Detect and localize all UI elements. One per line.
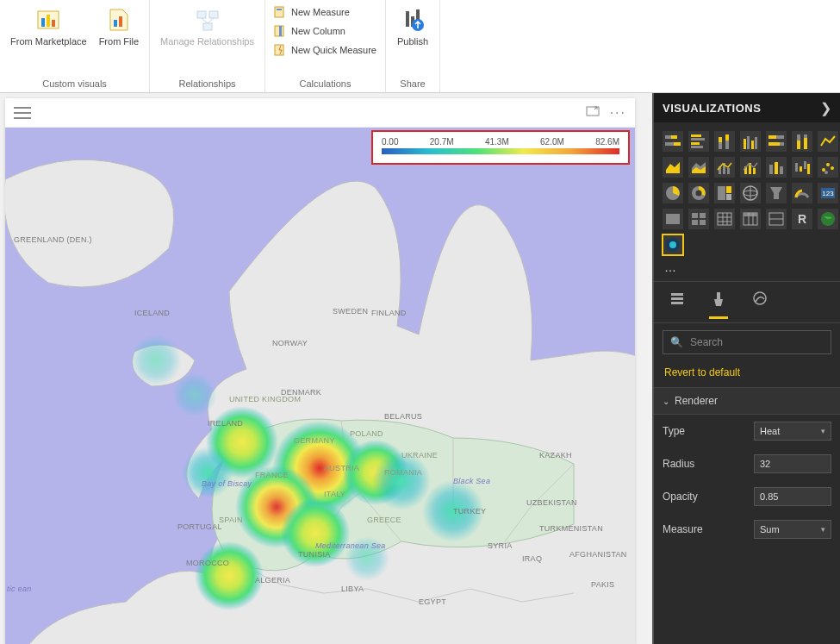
radius-input[interactable]: 32 xyxy=(754,454,831,473)
measure-property: Measure Sum▾ xyxy=(654,513,840,546)
svg-point-76 xyxy=(696,191,702,197)
svg-rect-34 xyxy=(665,135,671,139)
opacity-input[interactable]: 0.85 xyxy=(754,487,831,506)
renderer-section-header[interactable]: ⌄ Renderer xyxy=(654,387,840,415)
viz-slicer-icon[interactable] xyxy=(766,209,787,229)
svg-rect-4 xyxy=(114,20,117,27)
new-measure-button[interactable]: New Measure xyxy=(271,3,380,21)
svg-rect-47 xyxy=(751,141,754,149)
viz-waterfall-icon[interactable] xyxy=(792,157,812,178)
svg-rect-52 xyxy=(768,142,780,146)
report-visual[interactable]: GREENLAND (DEN.) ICELAND NORWAY SWEDEN F… xyxy=(5,128,635,644)
column-icon xyxy=(274,24,288,38)
svg-rect-56 xyxy=(804,138,807,149)
measure-dropdown[interactable]: Sum▾ xyxy=(754,520,831,539)
hamburger-icon[interactable] xyxy=(14,107,31,119)
viz-r-icon[interactable]: R xyxy=(792,209,812,229)
svg-rect-36 xyxy=(665,142,674,146)
viz-arcgis-icon[interactable] xyxy=(818,209,838,229)
svg-rect-63 xyxy=(769,165,773,174)
search-input[interactable]: 🔍 Search xyxy=(663,330,831,354)
svg-point-32 xyxy=(345,536,389,581)
group-label-relationships: Relationships xyxy=(155,77,259,92)
svg-rect-62 xyxy=(753,168,756,174)
relationships-icon xyxy=(193,5,222,34)
search-icon: 🔍 xyxy=(670,336,683,348)
viz-stacked-area-icon[interactable] xyxy=(688,157,709,178)
viz-stacked-bar-icon[interactable] xyxy=(663,131,683,152)
publish-button[interactable]: Publish xyxy=(391,2,434,51)
svg-text:R: R xyxy=(798,212,806,226)
svg-rect-6 xyxy=(197,11,206,18)
viz-funnel-icon[interactable] xyxy=(766,183,787,203)
svg-point-71 xyxy=(826,163,830,166)
svg-rect-108 xyxy=(717,292,720,299)
canvas-actions: ··· xyxy=(586,104,626,122)
collapse-pane-icon[interactable]: ❯ xyxy=(820,100,831,116)
opacity-label: Opacity xyxy=(663,491,698,503)
viz-area-icon[interactable] xyxy=(663,157,683,178)
analytics-tab[interactable] xyxy=(750,287,769,319)
canvas-wrapper: ··· xyxy=(0,93,652,644)
svg-rect-37 xyxy=(691,134,701,137)
type-value: Heat xyxy=(760,426,780,436)
manage-relationships-button[interactable]: Manage Relationships xyxy=(155,2,259,51)
map-area[interactable]: GREENLAND (DEN.) ICELAND NORWAY SWEDEN F… xyxy=(5,128,635,644)
viz-treemap-icon[interactable] xyxy=(714,183,735,203)
legend-tick: 0.00 xyxy=(382,137,398,147)
svg-rect-90 xyxy=(718,213,731,225)
viz-matrix-icon[interactable] xyxy=(740,209,761,229)
chevron-down-icon: ▾ xyxy=(821,427,825,435)
viz-map-icon[interactable] xyxy=(740,183,761,203)
viz-table-icon[interactable] xyxy=(714,209,735,229)
viz-kpi-icon[interactable]: 123 xyxy=(818,183,838,203)
from-file-button[interactable]: From File xyxy=(94,2,144,51)
svg-rect-7 xyxy=(209,11,218,18)
svg-rect-59 xyxy=(727,168,730,174)
viz-line-icon[interactable] xyxy=(818,131,838,152)
group-label-custom-visuals: Custom visuals xyxy=(5,77,144,92)
svg-point-30 xyxy=(130,335,182,386)
svg-rect-50 xyxy=(768,135,776,139)
legend-tick: 82.6M xyxy=(595,137,619,147)
viz-line-col2-icon[interactable] xyxy=(740,157,761,178)
viz-card-icon[interactable] xyxy=(663,209,683,229)
viz-stacked100-col-icon[interactable] xyxy=(792,131,812,152)
svg-point-24 xyxy=(281,498,350,567)
more-options-icon[interactable]: ··· xyxy=(610,105,626,121)
new-column-button[interactable]: New Column xyxy=(271,22,380,40)
type-dropdown[interactable]: Heat▾ xyxy=(754,422,831,441)
svg-rect-67 xyxy=(800,166,802,172)
viz-custom-heatmap-icon[interactable] xyxy=(663,234,683,255)
svg-rect-86 xyxy=(692,213,698,218)
legend-tick: 20.7M xyxy=(430,137,454,147)
format-tab[interactable] xyxy=(709,287,728,319)
from-file-label: From File xyxy=(99,36,139,47)
svg-rect-16 xyxy=(406,11,409,27)
svg-text:123: 123 xyxy=(822,190,834,197)
viz-clustered-col-icon[interactable] xyxy=(740,131,761,152)
svg-rect-107 xyxy=(671,302,683,304)
viz-stacked-col-icon[interactable] xyxy=(714,131,735,152)
viz-pie-icon[interactable] xyxy=(663,183,683,203)
viz-stacked100-bar-icon[interactable] xyxy=(766,131,787,152)
focus-mode-icon[interactable] xyxy=(586,104,600,122)
from-marketplace-button[interactable]: From Marketplace xyxy=(5,2,92,51)
viz-gauge-icon[interactable] xyxy=(792,183,812,203)
new-quick-measure-label: New Quick Measure xyxy=(291,45,376,55)
viz-ribbon-icon[interactable] xyxy=(766,157,787,178)
viz-scatter-icon[interactable] xyxy=(818,157,838,178)
viz-multi-card-icon[interactable] xyxy=(688,209,709,229)
more-visuals-button[interactable]: … xyxy=(654,260,840,281)
revert-to-default-link[interactable]: Revert to default xyxy=(654,361,840,387)
svg-rect-39 xyxy=(691,142,700,145)
svg-rect-11 xyxy=(275,7,283,17)
svg-rect-42 xyxy=(719,142,722,149)
viz-donut-icon[interactable] xyxy=(688,183,709,203)
viz-clustered-bar-icon[interactable] xyxy=(688,131,709,152)
new-quick-measure-button[interactable]: New Quick Measure xyxy=(271,41,380,59)
ribbon: From Marketplace From File Custom visual… xyxy=(0,0,840,93)
fields-tab[interactable] xyxy=(668,287,687,319)
svg-line-9 xyxy=(202,18,208,23)
viz-line-col-icon[interactable] xyxy=(714,157,735,178)
